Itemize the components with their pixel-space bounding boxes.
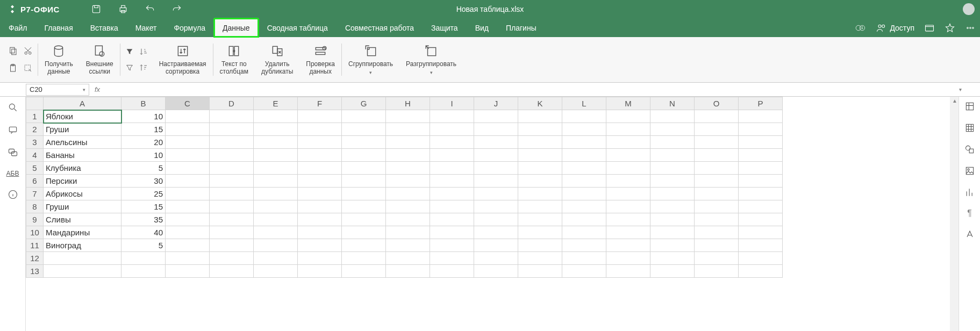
cell-C7[interactable]	[166, 188, 210, 200]
cell-H5[interactable]	[386, 162, 430, 175]
menu-вставка[interactable]: Вставка	[82, 18, 127, 37]
cell-F7[interactable]	[298, 188, 342, 200]
cell-M8[interactable]	[606, 200, 650, 213]
cell-D4[interactable]	[210, 149, 254, 162]
cell-H12[interactable]	[386, 252, 430, 265]
row-header-2[interactable]: 2	[26, 123, 44, 136]
cell-K6[interactable]	[518, 175, 562, 188]
cell-I11[interactable]	[430, 239, 474, 252]
image-settings-icon[interactable]	[964, 166, 975, 176]
cell-D12[interactable]	[210, 252, 254, 265]
table-settings-icon[interactable]	[964, 123, 975, 133]
cell-E5[interactable]	[254, 162, 298, 175]
cell-D13[interactable]	[210, 265, 254, 278]
cell-G6[interactable]	[342, 175, 386, 188]
row-header-10[interactable]: 10	[26, 226, 44, 239]
cell-N4[interactable]	[650, 149, 695, 162]
custom-sort-button[interactable]: Настраиваемая сортировка	[153, 37, 213, 82]
cell-K10[interactable]	[518, 226, 562, 239]
cell-P2[interactable]	[739, 123, 783, 136]
cell-O12[interactable]	[695, 252, 739, 265]
scroll-up-icon[interactable]: ▲	[952, 98, 957, 104]
col-header-B[interactable]: B	[121, 97, 166, 110]
cell-P10[interactable]	[739, 226, 783, 239]
menu-формула[interactable]: Формула	[165, 18, 214, 37]
cell-G1[interactable]	[342, 110, 386, 123]
cell-J6[interactable]	[474, 175, 518, 188]
cell-C8[interactable]	[166, 200, 210, 213]
cell-C9[interactable]	[166, 213, 210, 226]
cell-A8[interactable]: Груши	[44, 200, 121, 213]
cell-D6[interactable]	[210, 175, 254, 188]
cell-N11[interactable]	[650, 239, 695, 252]
cell-G9[interactable]	[342, 213, 386, 226]
cell-N5[interactable]	[650, 162, 695, 175]
cell-A10[interactable]: Мандарины	[44, 226, 121, 239]
menu-защита[interactable]: Защита	[423, 18, 467, 37]
get-data-button[interactable]: Получить данные	[38, 37, 80, 82]
user-avatar[interactable]	[963, 3, 975, 15]
cell-L6[interactable]	[562, 175, 606, 188]
cell-I8[interactable]	[430, 200, 474, 213]
cell-K8[interactable]	[518, 200, 562, 213]
cell-F9[interactable]	[298, 213, 342, 226]
cell-K13[interactable]	[518, 265, 562, 278]
cell-I9[interactable]	[430, 213, 474, 226]
cell-K12[interactable]	[518, 252, 562, 265]
cell-D11[interactable]	[210, 239, 254, 252]
cell-N6[interactable]	[650, 175, 695, 188]
cell-G3[interactable]	[342, 136, 386, 149]
remove-duplicates-button[interactable]: Удалить дубликаты	[255, 37, 299, 82]
cell-P4[interactable]	[739, 149, 783, 162]
cell-H3[interactable]	[386, 136, 430, 149]
cell-O10[interactable]	[695, 226, 739, 239]
cell-L9[interactable]	[562, 213, 606, 226]
cell-M11[interactable]	[606, 239, 650, 252]
cell-F4[interactable]	[298, 149, 342, 162]
cell-K7[interactable]	[518, 188, 562, 200]
col-header-N[interactable]: N	[650, 97, 695, 110]
row-header-5[interactable]: 5	[26, 162, 44, 175]
paragraph-icon[interactable]: ¶	[967, 208, 972, 218]
cell-P1[interactable]	[739, 110, 783, 123]
row-header-9[interactable]: 9	[26, 213, 44, 226]
cell-E13[interactable]	[254, 265, 298, 278]
col-header-P[interactable]: P	[739, 97, 783, 110]
col-header-O[interactable]: O	[695, 97, 739, 110]
cell-M7[interactable]	[606, 188, 650, 200]
col-header-C[interactable]: C	[166, 97, 210, 110]
cell-E7[interactable]	[254, 188, 298, 200]
cell-D10[interactable]	[210, 226, 254, 239]
cell-K1[interactable]	[518, 110, 562, 123]
cut-icon[interactable]	[23, 46, 33, 56]
cell-F5[interactable]	[298, 162, 342, 175]
cell-L7[interactable]	[562, 188, 606, 200]
cell-settings-icon[interactable]	[964, 101, 975, 112]
col-header-F[interactable]: F	[298, 97, 342, 110]
cell-N10[interactable]	[650, 226, 695, 239]
cell-N12[interactable]	[650, 252, 695, 265]
cell-P5[interactable]	[739, 162, 783, 175]
cell-N1[interactable]	[650, 110, 695, 123]
cell-C2[interactable]	[166, 123, 210, 136]
cell-I10[interactable]	[430, 226, 474, 239]
cell-D8[interactable]	[210, 200, 254, 213]
cell-P8[interactable]	[739, 200, 783, 213]
cell-J11[interactable]	[474, 239, 518, 252]
row-header-4[interactable]: 4	[26, 149, 44, 162]
group-button[interactable]: Сгруппировать ▾	[342, 37, 399, 82]
cell-I3[interactable]	[430, 136, 474, 149]
cell-B3[interactable]: 20	[121, 136, 166, 149]
menu-совместная работа[interactable]: Совместная работа	[337, 18, 423, 37]
menu-плагины[interactable]: Плагины	[497, 18, 545, 37]
cell-N2[interactable]	[650, 123, 695, 136]
sort-desc-icon[interactable]	[139, 63, 148, 72]
search-icon[interactable]	[8, 102, 18, 113]
cell-H2[interactable]	[386, 123, 430, 136]
cell-G2[interactable]	[342, 123, 386, 136]
data-validation-button[interactable]: Проверка данных	[299, 37, 341, 82]
cell-D7[interactable]	[210, 188, 254, 200]
cell-P3[interactable]	[739, 136, 783, 149]
cell-I1[interactable]	[430, 110, 474, 123]
cell-I5[interactable]	[430, 162, 474, 175]
